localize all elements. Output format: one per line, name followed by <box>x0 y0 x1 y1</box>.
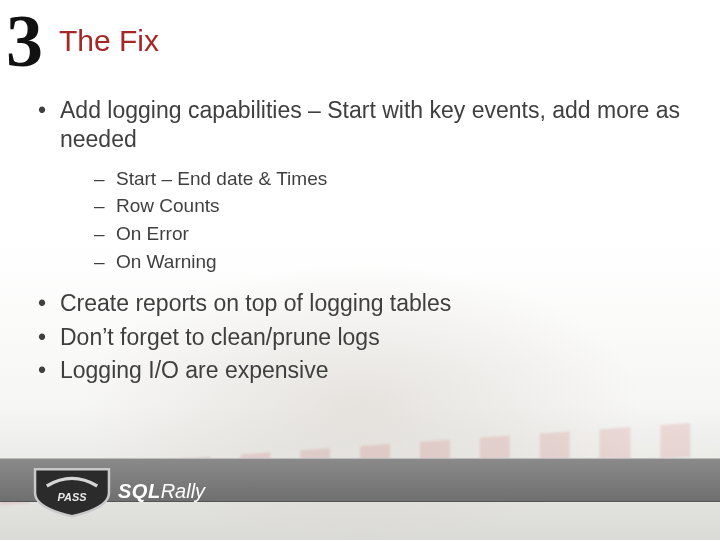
bullet-text: On Error <box>116 223 189 244</box>
bullet-list: Add logging capabilities – Start with ke… <box>36 96 684 385</box>
sub-bullet-list: Start – End date & Times Row Counts On E… <box>94 165 684 275</box>
logo-sql-text: SQL <box>118 480 161 502</box>
list-item: Create reports on top of logging tables <box>36 289 684 318</box>
bullet-text: Create reports on top of logging tables <box>60 290 451 316</box>
logo-pass-text: PASS <box>58 491 88 503</box>
logo-rally-text: Rally <box>161 480 205 502</box>
list-item: On Warning <box>94 248 684 276</box>
slide-title: The Fix <box>59 24 159 58</box>
slide-content: 3 The Fix Add logging capabilities – Sta… <box>0 0 720 385</box>
shield-icon: PASS <box>30 464 114 518</box>
bullet-text: Row Counts <box>116 195 220 216</box>
bullet-text: Logging I/O are expensive <box>60 357 329 383</box>
list-item: Add logging capabilities – Start with ke… <box>36 96 684 275</box>
bullet-text: Add logging capabilities – Start with ke… <box>60 97 680 152</box>
list-item: Row Counts <box>94 192 684 220</box>
bullet-text: On Warning <box>116 251 217 272</box>
slide-body: Add logging capabilities – Start with ke… <box>0 78 720 385</box>
slide: 3 The Fix Add logging capabilities – Sta… <box>0 0 720 540</box>
slide-header: 3 The Fix <box>0 0 720 78</box>
list-item: Logging I/O are expensive <box>36 356 684 385</box>
footer-logo: PASS SQLRally <box>30 464 205 518</box>
logo-wordmark: SQLRally <box>118 480 205 503</box>
bullet-text: Don’t forget to clean/prune logs <box>60 324 380 350</box>
list-item: On Error <box>94 220 684 248</box>
bullet-text: Start – End date & Times <box>116 168 327 189</box>
list-item: Start – End date & Times <box>94 165 684 193</box>
section-number: 3 <box>2 4 41 78</box>
list-item: Don’t forget to clean/prune logs <box>36 323 684 352</box>
